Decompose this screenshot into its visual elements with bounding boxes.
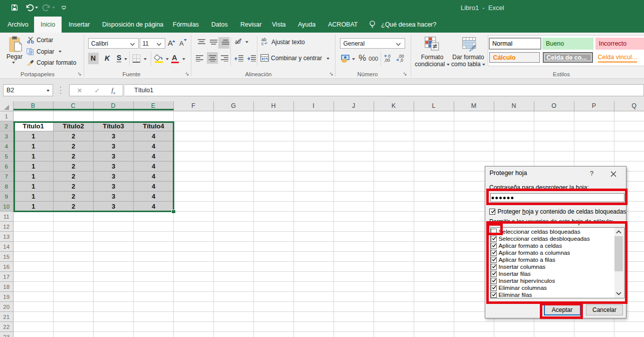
- svg-text:,0: ,0: [400, 58, 403, 63]
- svg-text:,00: ,00: [384, 58, 390, 63]
- svg-text:ab: ab: [235, 39, 241, 45]
- svg-text:c: c: [261, 41, 264, 46]
